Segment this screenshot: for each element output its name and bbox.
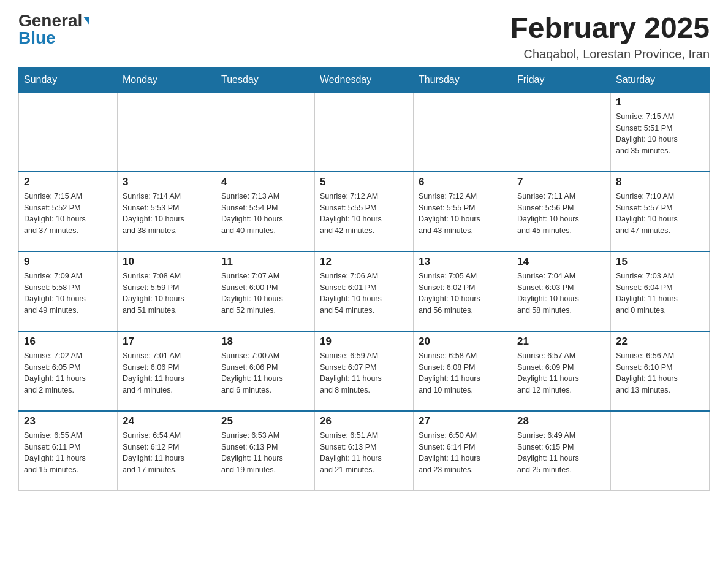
day-info: Sunrise: 7:03 AM Sunset: 6:04 PM Dayligh…: [616, 270, 704, 316]
day-info: Sunrise: 6:50 AM Sunset: 6:14 PM Dayligh…: [419, 430, 507, 476]
calendar-cell: [118, 92, 216, 172]
calendar-cell: 15Sunrise: 7:03 AM Sunset: 6:04 PM Dayli…: [611, 251, 710, 331]
day-header-monday: Monday: [118, 67, 216, 92]
calendar-cell: 5Sunrise: 7:12 AM Sunset: 5:55 PM Daylig…: [315, 172, 414, 251]
day-number: 27: [419, 415, 507, 427]
day-number: 13: [419, 256, 507, 268]
day-header-tuesday: Tuesday: [216, 67, 315, 92]
calendar-week-2: 2Sunrise: 7:15 AM Sunset: 5:52 PM Daylig…: [19, 172, 710, 251]
day-info: Sunrise: 6:57 AM Sunset: 6:09 PM Dayligh…: [517, 350, 605, 396]
calendar-cell: 22Sunrise: 6:56 AM Sunset: 6:10 PM Dayli…: [611, 331, 710, 411]
day-header-friday: Friday: [512, 67, 611, 92]
day-info: Sunrise: 7:04 AM Sunset: 6:03 PM Dayligh…: [517, 270, 605, 316]
day-info: Sunrise: 6:53 AM Sunset: 6:13 PM Dayligh…: [221, 430, 309, 476]
day-number: 8: [616, 176, 704, 188]
calendar-cell: 11Sunrise: 7:07 AM Sunset: 6:00 PM Dayli…: [216, 251, 315, 331]
calendar-cell: 24Sunrise: 6:54 AM Sunset: 6:12 PM Dayli…: [118, 411, 216, 491]
calendar-cell: 6Sunrise: 7:12 AM Sunset: 5:55 PM Daylig…: [414, 172, 512, 251]
day-number: 9: [24, 256, 112, 268]
calendar-table: SundayMondayTuesdayWednesdayThursdayFrid…: [18, 67, 710, 491]
day-info: Sunrise: 7:06 AM Sunset: 6:01 PM Dayligh…: [320, 270, 408, 316]
day-number: 20: [419, 335, 507, 348]
logo-triangle-icon: [83, 17, 89, 25]
calendar-cell: 27Sunrise: 6:50 AM Sunset: 6:14 PM Dayli…: [414, 411, 512, 491]
calendar-cell: 19Sunrise: 6:59 AM Sunset: 6:07 PM Dayli…: [315, 331, 414, 411]
day-number: 6: [419, 176, 507, 188]
day-number: 12: [320, 256, 408, 268]
logo-blue: Blue: [18, 28, 56, 47]
day-number: 4: [221, 176, 309, 188]
day-number: 26: [320, 415, 408, 427]
calendar-cell: 10Sunrise: 7:08 AM Sunset: 5:59 PM Dayli…: [118, 251, 216, 331]
day-info: Sunrise: 7:07 AM Sunset: 6:00 PM Dayligh…: [221, 270, 309, 316]
calendar-cell: 25Sunrise: 6:53 AM Sunset: 6:13 PM Dayli…: [216, 411, 315, 491]
day-number: 14: [517, 256, 605, 268]
day-info: Sunrise: 6:58 AM Sunset: 6:08 PM Dayligh…: [419, 350, 507, 396]
day-number: 2: [24, 176, 112, 188]
day-info: Sunrise: 7:12 AM Sunset: 5:55 PM Dayligh…: [320, 191, 408, 237]
day-info: Sunrise: 6:49 AM Sunset: 6:15 PM Dayligh…: [517, 430, 605, 476]
calendar-cell: 2Sunrise: 7:15 AM Sunset: 5:52 PM Daylig…: [19, 172, 118, 251]
calendar-cell: 14Sunrise: 7:04 AM Sunset: 6:03 PM Dayli…: [512, 251, 611, 331]
calendar-cell: 18Sunrise: 7:00 AM Sunset: 6:06 PM Dayli…: [216, 331, 315, 411]
page-header: General Blue February 2025 Chaqabol, Lor…: [18, 12, 710, 61]
day-info: Sunrise: 6:56 AM Sunset: 6:10 PM Dayligh…: [616, 350, 704, 396]
day-header-sunday: Sunday: [19, 67, 118, 92]
logo-general: General: [18, 12, 82, 29]
day-number: 7: [517, 176, 605, 188]
day-number: 17: [123, 335, 211, 348]
day-header-thursday: Thursday: [414, 67, 512, 92]
day-number: 3: [123, 176, 211, 188]
day-info: Sunrise: 6:54 AM Sunset: 6:12 PM Dayligh…: [123, 430, 211, 476]
day-number: 1: [616, 96, 704, 109]
day-number: 19: [320, 335, 408, 348]
calendar-week-3: 9Sunrise: 7:09 AM Sunset: 5:58 PM Daylig…: [19, 251, 710, 331]
day-number: 5: [320, 176, 408, 188]
calendar-cell: [512, 92, 611, 172]
day-info: Sunrise: 7:09 AM Sunset: 5:58 PM Dayligh…: [24, 270, 112, 316]
day-info: Sunrise: 7:11 AM Sunset: 5:56 PM Dayligh…: [517, 191, 605, 237]
calendar-cell: [19, 92, 118, 172]
calendar-cell: [611, 411, 710, 491]
calendar-cell: 17Sunrise: 7:01 AM Sunset: 6:06 PM Dayli…: [118, 331, 216, 411]
day-number: 25: [221, 415, 309, 427]
day-info: Sunrise: 6:51 AM Sunset: 6:13 PM Dayligh…: [320, 430, 408, 476]
calendar-cell: 1Sunrise: 7:15 AM Sunset: 5:51 PM Daylig…: [611, 92, 710, 172]
logo: General Blue: [18, 12, 89, 47]
day-info: Sunrise: 7:01 AM Sunset: 6:06 PM Dayligh…: [123, 350, 211, 396]
month-title: February 2025: [510, 12, 710, 45]
calendar-cell: 13Sunrise: 7:05 AM Sunset: 6:02 PM Dayli…: [414, 251, 512, 331]
calendar-week-1: 1Sunrise: 7:15 AM Sunset: 5:51 PM Daylig…: [19, 92, 710, 172]
day-number: 10: [123, 256, 211, 268]
day-number: 24: [123, 415, 211, 427]
calendar-cell: 9Sunrise: 7:09 AM Sunset: 5:58 PM Daylig…: [19, 251, 118, 331]
calendar-cell: 16Sunrise: 7:02 AM Sunset: 6:05 PM Dayli…: [19, 331, 118, 411]
calendar-cell: 21Sunrise: 6:57 AM Sunset: 6:09 PM Dayli…: [512, 331, 611, 411]
day-info: Sunrise: 7:10 AM Sunset: 5:57 PM Dayligh…: [616, 191, 704, 237]
day-number: 15: [616, 256, 704, 268]
day-info: Sunrise: 7:15 AM Sunset: 5:52 PM Dayligh…: [24, 191, 112, 237]
day-number: 11: [221, 256, 309, 268]
day-info: Sunrise: 7:13 AM Sunset: 5:54 PM Dayligh…: [221, 191, 309, 237]
day-number: 23: [24, 415, 112, 427]
calendar-cell: 7Sunrise: 7:11 AM Sunset: 5:56 PM Daylig…: [512, 172, 611, 251]
calendar-cell: 26Sunrise: 6:51 AM Sunset: 6:13 PM Dayli…: [315, 411, 414, 491]
location-title: Chaqabol, Lorestan Province, Iran: [510, 47, 710, 61]
day-info: Sunrise: 7:14 AM Sunset: 5:53 PM Dayligh…: [123, 191, 211, 237]
calendar-week-4: 16Sunrise: 7:02 AM Sunset: 6:05 PM Dayli…: [19, 331, 710, 411]
calendar-cell: [414, 92, 512, 172]
day-info: Sunrise: 7:15 AM Sunset: 5:51 PM Dayligh…: [616, 111, 704, 157]
title-area: February 2025 Chaqabol, Lorestan Provinc…: [510, 12, 710, 61]
calendar-week-5: 23Sunrise: 6:55 AM Sunset: 6:11 PM Dayli…: [19, 411, 710, 491]
calendar-cell: [315, 92, 414, 172]
calendar-cell: 8Sunrise: 7:10 AM Sunset: 5:57 PM Daylig…: [611, 172, 710, 251]
calendar-cell: 4Sunrise: 7:13 AM Sunset: 5:54 PM Daylig…: [216, 172, 315, 251]
day-info: Sunrise: 7:02 AM Sunset: 6:05 PM Dayligh…: [24, 350, 112, 396]
calendar-cell: 3Sunrise: 7:14 AM Sunset: 5:53 PM Daylig…: [118, 172, 216, 251]
calendar-cell: 23Sunrise: 6:55 AM Sunset: 6:11 PM Dayli…: [19, 411, 118, 491]
day-header-saturday: Saturday: [611, 67, 710, 92]
day-info: Sunrise: 7:05 AM Sunset: 6:02 PM Dayligh…: [419, 270, 507, 316]
calendar-cell: 28Sunrise: 6:49 AM Sunset: 6:15 PM Dayli…: [512, 411, 611, 491]
day-number: 16: [24, 335, 112, 348]
calendar-cell: 20Sunrise: 6:58 AM Sunset: 6:08 PM Dayli…: [414, 331, 512, 411]
